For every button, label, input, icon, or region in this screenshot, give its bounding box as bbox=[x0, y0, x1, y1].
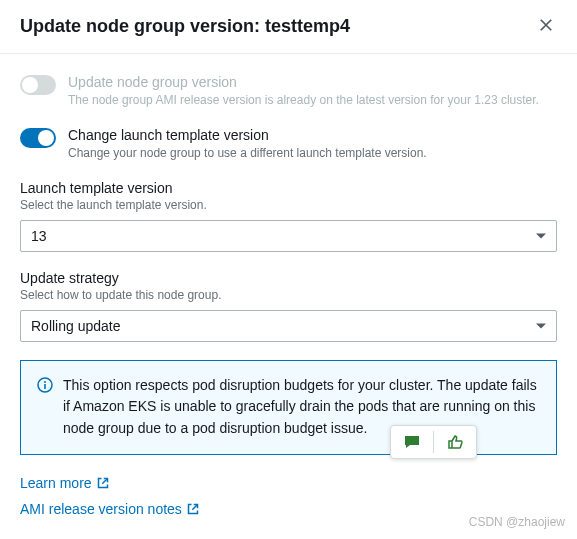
toggle-change-template-content: Change launch template version Change yo… bbox=[68, 127, 557, 162]
svg-rect-2 bbox=[44, 384, 46, 389]
learn-more-text: Learn more bbox=[20, 475, 92, 491]
watermark: CSDN @zhaojiew bbox=[469, 515, 565, 529]
learn-more-link[interactable]: Learn more bbox=[20, 475, 109, 491]
chevron-down-icon bbox=[536, 233, 546, 238]
modal-header: Update node group version: testtemp4 bbox=[0, 0, 577, 54]
toggle-change-template-desc: Change your node group to use a differen… bbox=[68, 145, 557, 162]
toggle-change-template-label: Change launch template version bbox=[68, 127, 557, 143]
toggle-knob bbox=[38, 130, 54, 146]
ami-notes-link[interactable]: AMI release version notes bbox=[20, 501, 199, 517]
toggle-update-version-label: Update node group version bbox=[68, 74, 557, 90]
launch-template-label: Launch template version bbox=[20, 180, 557, 196]
learn-more-row: Learn more bbox=[20, 475, 557, 491]
launch-template-select[interactable]: 13 bbox=[20, 220, 557, 252]
toggle-change-template-row: Change launch template version Change yo… bbox=[20, 127, 557, 162]
ami-notes-text: AMI release version notes bbox=[20, 501, 182, 517]
external-link-icon bbox=[187, 503, 199, 515]
info-icon bbox=[37, 377, 53, 393]
feedback-thumbs-button[interactable] bbox=[434, 426, 476, 458]
update-strategy-desc: Select how to update this node group. bbox=[20, 288, 557, 302]
launch-template-field: Launch template version Select the launc… bbox=[20, 180, 557, 252]
chat-icon bbox=[403, 434, 421, 450]
external-link-icon bbox=[97, 477, 109, 489]
update-strategy-field: Update strategy Select how to update thi… bbox=[20, 270, 557, 342]
modal-title: Update node group version: testtemp4 bbox=[20, 16, 350, 37]
thumbs-up-icon bbox=[446, 434, 464, 450]
update-strategy-select[interactable]: Rolling update bbox=[20, 310, 557, 342]
update-strategy-value: Rolling update bbox=[31, 318, 121, 334]
toggle-update-version-row: Update node group version The node group… bbox=[20, 74, 557, 109]
feedback-widget bbox=[390, 425, 477, 459]
toggle-update-version-desc: The node group AMI release version is al… bbox=[68, 92, 557, 109]
update-strategy-label: Update strategy bbox=[20, 270, 557, 286]
svg-point-1 bbox=[44, 381, 46, 383]
launch-template-desc: Select the launch template version. bbox=[20, 198, 557, 212]
chevron-down-icon bbox=[536, 323, 546, 328]
feedback-chat-button[interactable] bbox=[391, 426, 433, 458]
toggle-knob bbox=[22, 77, 38, 93]
toggle-update-version-content: Update node group version The node group… bbox=[68, 74, 557, 109]
toggle-change-template[interactable] bbox=[20, 128, 56, 148]
toggle-update-version[interactable] bbox=[20, 75, 56, 95]
launch-template-value: 13 bbox=[31, 228, 47, 244]
close-button[interactable] bbox=[535, 14, 557, 39]
modal-body: Update node group version The node group… bbox=[0, 54, 577, 539]
close-icon bbox=[539, 18, 553, 32]
